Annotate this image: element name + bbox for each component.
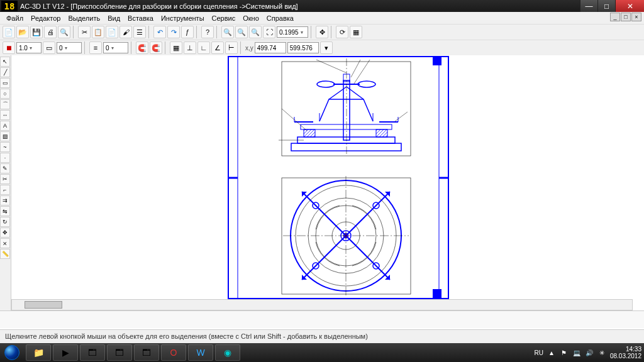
angle-button[interactable]: ∠ xyxy=(211,41,224,54)
zoom-input[interactable]: 0.1995 xyxy=(277,26,308,38)
brush-button[interactable]: 🖌 xyxy=(119,26,132,38)
fx-button[interactable]: ƒ xyxy=(181,26,194,38)
clock[interactable]: 14:33 08.03.2012 xyxy=(610,346,641,359)
menu-window[interactable]: Окно xyxy=(239,13,263,23)
start-button[interactable] xyxy=(0,343,24,362)
pointer-tool[interactable]: ↖ xyxy=(0,57,10,67)
mdi-max[interactable]: □ xyxy=(621,13,631,21)
task-generic2[interactable]: 🗔 xyxy=(107,344,132,361)
svg-point-18 xyxy=(317,81,335,87)
zoom-in-button[interactable]: 🔍 xyxy=(235,26,248,38)
edit-tool[interactable]: ✎ xyxy=(0,163,10,173)
linestyle-input[interactable]: 0 xyxy=(103,42,128,53)
task-kompas[interactable]: ◉ xyxy=(215,344,240,361)
titlebar: 18 AC-3D LT V12 - [Приспособление для ра… xyxy=(0,0,644,12)
arc-tool[interactable]: ⌒ xyxy=(0,99,10,109)
task-opera[interactable]: O xyxy=(161,344,186,361)
grid-button[interactable]: ▦ xyxy=(350,26,362,38)
close-button[interactable]: ✕ xyxy=(615,0,644,12)
stop-button[interactable]: ⏹ xyxy=(3,41,15,54)
linewidth-input[interactable]: 1.0 xyxy=(16,42,42,53)
windows-orb-icon xyxy=(4,345,19,360)
line-tool[interactable]: ╱ xyxy=(0,67,10,77)
offset-tool[interactable]: ⇉ xyxy=(0,195,10,206)
flag-icon[interactable]: ▲ xyxy=(547,348,556,357)
horizontal-scrollbar[interactable] xyxy=(11,299,633,310)
maximize-button[interactable]: □ xyxy=(597,0,615,12)
properties-button[interactable]: ☰ xyxy=(133,26,146,38)
layer-button[interactable]: ▭ xyxy=(43,41,55,54)
new-button[interactable]: 📄 xyxy=(3,26,15,38)
hatch-tool[interactable]: ▨ xyxy=(0,131,10,141)
network-icon[interactable]: 💻 xyxy=(572,348,581,357)
drawing-canvas[interactable] xyxy=(11,55,644,299)
snap-off-button[interactable]: 🧲 xyxy=(150,41,162,54)
xy-label: x,y xyxy=(245,45,253,52)
fillet-tool[interactable]: ⌐ xyxy=(0,185,10,195)
refresh-button[interactable]: ⟳ xyxy=(336,26,348,38)
menu-file[interactable]: Файл xyxy=(3,13,27,23)
rect-tool[interactable]: ▭ xyxy=(0,78,10,88)
task-generic1[interactable]: 🗔 xyxy=(80,344,105,361)
tray-app-icon[interactable]: ✳ xyxy=(597,348,606,357)
menu-editor[interactable]: Редактор xyxy=(27,13,64,23)
grid-toggle-button[interactable]: ▦ xyxy=(170,41,182,54)
point-tool[interactable]: · xyxy=(0,153,10,163)
task-explorer[interactable]: 📁 xyxy=(26,344,51,361)
text-tool[interactable]: A xyxy=(0,121,10,131)
open-button[interactable]: 📂 xyxy=(16,26,29,38)
copy-button[interactable]: 📋 xyxy=(92,26,104,38)
action-center-icon[interactable]: ⚑ xyxy=(560,348,569,357)
preview-button[interactable]: 🔍 xyxy=(58,26,70,38)
coord-x-input[interactable]: 499.74 xyxy=(255,42,286,53)
separator xyxy=(311,26,313,38)
rotate-tool[interactable]: ↻ xyxy=(0,217,10,227)
lang-indicator[interactable]: RU xyxy=(534,349,543,356)
save-button[interactable]: 💾 xyxy=(30,26,43,38)
snap-magnet-button[interactable]: 🧲 xyxy=(136,41,148,54)
cut-button[interactable]: ✂ xyxy=(78,26,91,38)
dimension-tool[interactable]: ↔ xyxy=(0,110,10,120)
coord-y-input[interactable]: 599.576 xyxy=(287,42,319,53)
axis-button[interactable]: ⊢ xyxy=(225,41,238,54)
trim-tool[interactable]: ✂ xyxy=(0,174,10,184)
coord-button[interactable]: ∟ xyxy=(197,41,210,54)
print-button[interactable]: 🖨 xyxy=(44,26,57,38)
paste-button[interactable]: 📄 xyxy=(106,26,118,38)
coord-lock-button[interactable]: ▾ xyxy=(320,41,333,54)
spline-tool[interactable]: ~ xyxy=(0,142,10,152)
task-generic3[interactable]: 🗔 xyxy=(134,344,159,361)
zoom-fit-button[interactable]: ⛶ xyxy=(263,26,275,38)
linestyle-button[interactable]: ≡ xyxy=(89,41,102,54)
separator xyxy=(73,26,75,38)
separator xyxy=(148,26,151,38)
menu-select[interactable]: Выделить xyxy=(64,13,104,23)
mirror-tool[interactable]: ⇋ xyxy=(0,206,10,216)
mdi-close[interactable]: × xyxy=(631,13,641,21)
task-media[interactable]: ▶ xyxy=(53,344,78,361)
ortho-button[interactable]: ⊥ xyxy=(184,41,196,54)
move-tool[interactable]: ✥ xyxy=(0,228,10,238)
menu-service[interactable]: Сервис xyxy=(208,13,240,23)
zoom-out-button[interactable]: 🔍 xyxy=(249,26,262,38)
measure-tool[interactable]: 📏 xyxy=(0,249,10,259)
help-pointer-button[interactable]: ? xyxy=(201,26,214,38)
pan-button[interactable]: ✥ xyxy=(316,26,328,38)
circle-tool[interactable]: ○ xyxy=(0,89,10,99)
layer-input[interactable]: 0 xyxy=(57,42,82,53)
mdi-min[interactable]: _ xyxy=(610,13,620,21)
menu-tools[interactable]: Инструменты xyxy=(157,13,208,23)
svg-rect-8 xyxy=(291,143,401,151)
menu-view[interactable]: Вид xyxy=(104,13,124,23)
break-tool[interactable]: ⨯ xyxy=(0,238,10,248)
menu-help[interactable]: Справка xyxy=(263,13,297,23)
scrollbar-thumb[interactable] xyxy=(25,301,62,309)
volume-icon[interactable]: 🔊 xyxy=(585,348,594,357)
undo-button[interactable]: ↶ xyxy=(153,26,166,38)
window-controls: — □ ✕ xyxy=(580,0,644,12)
task-word[interactable]: W xyxy=(188,344,213,361)
menu-insert[interactable]: Вставка xyxy=(124,13,157,23)
redo-button[interactable]: ↷ xyxy=(167,26,180,38)
minimize-button[interactable]: — xyxy=(580,0,597,12)
zoom-window-button[interactable]: 🔍 xyxy=(221,26,234,38)
